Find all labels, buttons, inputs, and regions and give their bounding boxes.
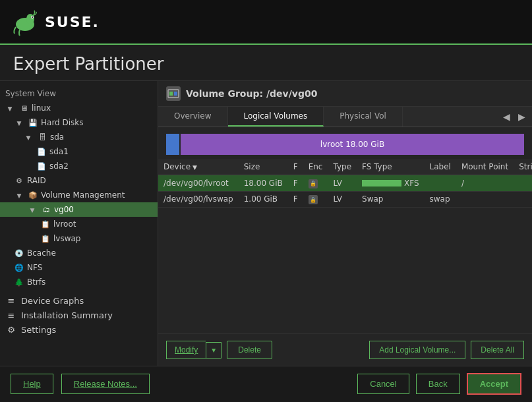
col-enc[interactable]: Enc <box>303 159 328 175</box>
suse-logo: SUSE. <box>11 7 100 36</box>
sidebar-item-installation-summary[interactable]: ≡ Installation Summary <box>0 308 158 322</box>
modify-button-group: Modify ▼ <box>166 341 222 359</box>
partition-icon: 📄 <box>36 160 47 172</box>
enc-icon: 🔒 <box>309 179 318 188</box>
sidebar-item-label: lvswap <box>53 234 80 243</box>
lv-icon: 📋 <box>40 218 51 230</box>
sidebar-item-btrfs[interactable]: 🌲 Btrfs <box>0 275 158 289</box>
tab-nav-left[interactable]: ◀ <box>500 110 513 123</box>
cell-size: 1.00 GiB <box>239 191 288 208</box>
col-device[interactable]: Device <box>158 159 239 175</box>
sidebar-item-label: Btrfs <box>27 277 45 287</box>
table-row[interactable]: /dev/vg00/lvswap 1.00 GiB F 🔒 LV Swap sw… <box>158 191 532 208</box>
sidebar-item-label: sda <box>50 132 64 142</box>
delete-all-button[interactable]: Delete All <box>471 341 524 359</box>
cell-fstype: Swap <box>357 191 425 208</box>
col-fstype[interactable]: FS Type <box>357 159 425 175</box>
modify-button[interactable]: Modify <box>166 341 206 359</box>
sidebar-item-label: Device Graphs <box>21 296 84 306</box>
col-size[interactable]: Size <box>239 159 288 175</box>
svg-point-3 <box>32 16 33 18</box>
lv-table: Device Size F Enc Type FS Type Label Mou… <box>158 159 532 208</box>
cell-device: /dev/vg00/lvswap <box>158 191 239 208</box>
harddisk-icon: 💾 <box>27 117 39 129</box>
tab-nav-right[interactable]: ▶ <box>516 110 528 123</box>
settings-icon: ⚙ <box>5 324 17 335</box>
sidebar-item-lvroot[interactable]: 📋 lvroot <box>0 217 158 231</box>
release-notes-button[interactable]: Release Notes... <box>61 374 150 394</box>
cell-mountpoint <box>456 191 514 208</box>
col-mountpoint[interactable]: Mount Point <box>456 159 514 175</box>
lv-icon: 📋 <box>40 233 51 244</box>
cell-stripes <box>514 175 532 192</box>
sidebar-item-device-graphs[interactable]: ≡ Device Graphs <box>0 293 158 308</box>
btrfs-icon: 🌲 <box>13 276 25 288</box>
tab-logical-volumes[interactable]: Logical Volumes <box>228 107 324 127</box>
table-row[interactable]: /dev/vg00/lvroot 18.00 GiB F 🔒 LV XFS <box>158 175 532 192</box>
cancel-button[interactable]: Cancel <box>357 374 409 394</box>
col-f[interactable]: F <box>288 159 303 175</box>
tab-physical-vol[interactable]: Physical Vol <box>324 107 403 127</box>
table-header-row: Device Size F Enc Type FS Type Label Mou… <box>158 159 532 175</box>
content-area: Volume Group: /dev/vg00 Overview Logical… <box>158 81 532 366</box>
sidebar-item-label: sda2 <box>49 161 69 171</box>
sidebar-item-hard-disks[interactable]: 💾 Hard Disks <box>0 115 158 130</box>
bar-label: lvroot <box>320 140 343 149</box>
sidebar-item-label: sda1 <box>49 147 69 156</box>
header: SUSE. <box>0 0 532 45</box>
sidebar-item-bcache[interactable]: 💿 Bcache <box>0 246 158 260</box>
col-stripes[interactable]: Stripes <box>514 159 532 175</box>
cell-enc: 🔒 <box>303 175 328 192</box>
table-area: Device Size F Enc Type FS Type Label Mou… <box>158 159 532 333</box>
cell-size: 18.00 GiB <box>239 175 288 192</box>
sidebar-item-sda2[interactable]: 📄 sda2 <box>0 159 158 173</box>
volume-group-icon <box>167 88 179 100</box>
sidebar-item-settings[interactable]: ⚙ Settings <box>0 322 158 337</box>
sidebar-item-sda1[interactable]: 📄 sda1 <box>0 144 158 159</box>
disk-icon: 🗄 <box>36 131 48 143</box>
delete-button[interactable]: Delete <box>227 341 272 359</box>
sidebar-item-lvswap[interactable]: 📋 lvswap <box>0 231 158 246</box>
sidebar-item-sda[interactable]: 🗄 sda <box>0 130 158 144</box>
footer: Help Release Notes... Cancel Back Accept <box>0 366 532 401</box>
system-view-label: System View <box>0 85 158 101</box>
arrow-down-icon <box>22 131 34 143</box>
sidebar-item-volume-management[interactable]: 📦 Volume Management <box>0 188 158 202</box>
vg-header-icon <box>166 86 181 101</box>
page-title-bar: Expert Partitioner <box>0 45 532 81</box>
sidebar: System View 🖥 linux 💾 Hard Disks 🗄 sda 📄… <box>0 81 158 366</box>
sidebar-item-vg00[interactable]: 🗂 vg00 <box>0 202 158 217</box>
suse-brand-text: SUSE. <box>45 14 100 30</box>
volume-icon: 📦 <box>27 189 39 201</box>
tab-nav-arrows: ◀ ▶ <box>496 107 532 127</box>
cell-stripes <box>514 191 532 208</box>
xfs-label: XFS <box>404 179 419 188</box>
col-label[interactable]: Label <box>425 159 456 175</box>
graph-icon: ≡ <box>5 295 17 306</box>
add-logical-volume-button[interactable]: Add Logical Volume... <box>369 341 465 359</box>
sidebar-item-label: Bcache <box>27 248 56 258</box>
modify-dropdown-arrow[interactable]: ▼ <box>206 342 222 359</box>
volume-bar: lvroot 18.00 GiB <box>166 134 524 155</box>
vg-icon: 🗂 <box>40 204 52 215</box>
cell-device: /dev/vg00/lvroot <box>158 175 239 192</box>
main-layout: System View 🖥 linux 💾 Hard Disks 🗄 sda 📄… <box>0 81 532 366</box>
tab-bar: Overview Logical Volumes Physical Vol ◀ … <box>158 107 532 127</box>
back-button[interactable]: Back <box>416 374 460 394</box>
xfs-bar-visual <box>362 180 401 187</box>
help-button[interactable]: Help <box>11 374 53 394</box>
page-title: Expert Partitioner <box>13 54 519 74</box>
cell-label: swap <box>425 191 456 208</box>
tab-overview[interactable]: Overview <box>158 107 228 127</box>
sidebar-item-label: Hard Disks <box>41 118 84 127</box>
accept-button[interactable]: Accept <box>467 373 521 395</box>
vg-title: Volume Group: /dev/vg00 <box>186 88 317 99</box>
arrow-down-icon <box>26 204 38 215</box>
sidebar-item-nfs[interactable]: 🌐 NFS <box>0 260 158 275</box>
sidebar-item-linux[interactable]: 🖥 linux <box>0 101 158 115</box>
sidebar-item-raid[interactable]: ⚙ RAID <box>0 173 158 188</box>
sidebar-item-label: Volume Management <box>41 190 125 200</box>
cell-type: LV <box>328 191 357 208</box>
chameleon-icon <box>11 7 40 36</box>
col-type[interactable]: Type <box>328 159 357 175</box>
